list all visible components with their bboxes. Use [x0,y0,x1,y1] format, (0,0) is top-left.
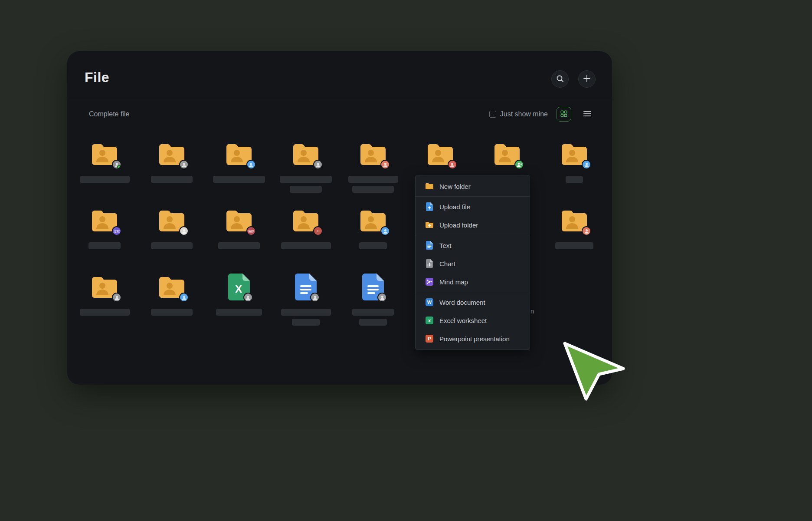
menu-separator [416,292,530,292]
menu-item-new-folder[interactable]: New folder [416,177,530,195]
folder-icon [426,140,454,168]
folder-item[interactable]: LI [272,207,340,273]
folder-icon: 佳婷 [225,207,253,234]
avatar-badge [380,226,390,236]
menu-item-text[interactable]: Text [416,236,530,254]
avatar-badge [246,160,256,169]
folder-icon: LI [292,207,320,234]
avatar-badge [179,226,189,236]
partial-text-fragment: n [530,307,534,315]
text-file-icon [425,241,434,250]
folder-item[interactable]: 志程 [71,207,138,273]
menu-separator [416,235,530,235]
header-actions [551,70,596,88]
avatar-badge [377,293,387,302]
avatar-badge [380,160,390,169]
menu-item-upload-file[interactable]: Upload file [416,198,530,216]
excel-icon: X [228,273,250,301]
page-title: File [85,69,109,86]
empty-cell [541,273,608,340]
menu-item-label: Upload folder [439,221,478,229]
add-button[interactable] [578,70,596,88]
menu-item-upload-folder[interactable]: Upload folder [416,216,530,234]
folder-icon [359,207,387,234]
menu-item-word-document[interactable]: WWord document [416,293,530,311]
folder-item[interactable] [205,140,272,207]
folder-item[interactable] [340,207,407,273]
folder-item[interactable] [541,140,608,207]
folder-icon [158,273,186,301]
folder-icon [560,207,588,234]
section-label: Complete file [89,110,129,118]
folder-icon [560,140,588,168]
menu-item-label: Upload file [439,203,470,211]
redacted-file-name [566,176,583,183]
folder-icon [225,140,253,168]
menu-item-chart[interactable]: Chart [416,254,530,273]
menu-item-mind-map[interactable]: Mind map [416,273,530,291]
folder-item[interactable] [541,207,608,273]
avatar-badge [582,226,591,236]
just-show-mine-label: Just show mine [500,110,548,118]
avatar-badge [514,160,524,169]
create-context-menu: New folderUpload fileUpload folderTextCh… [415,175,530,350]
search-icon [556,75,564,84]
plus-icon [583,75,590,83]
powerpoint-icon: P [425,334,434,343]
avatar-badge [313,160,323,169]
header-divider [67,98,612,98]
folder-item[interactable] [138,273,206,340]
folder-item[interactable] [138,207,206,273]
mindmap-icon [425,277,434,286]
file-item[interactable] [340,273,407,340]
file-item[interactable] [272,273,340,340]
just-show-mine-checkbox[interactable] [489,111,496,118]
redacted-file-name [292,319,320,326]
menu-item-label: Powerpoint presentation [439,335,510,343]
redacted-file-name [555,242,593,249]
file-item[interactable]: X [205,273,272,340]
menu-item-excel-worksheet[interactable]: xExcel worksheet [416,311,530,330]
folder-icon: 志程 [91,207,118,234]
avatar-badge [112,293,121,302]
grid-view-button[interactable] [557,107,571,122]
doc-icon [295,273,317,301]
folder-item[interactable] [340,140,407,207]
folder-item[interactable] [71,273,138,340]
avatar-badge [179,293,189,302]
redacted-file-name [80,309,130,316]
just-show-mine-toggle[interactable]: Just show mine [489,110,548,118]
folder-icon [292,140,320,168]
excel-icon: x [425,316,434,325]
redacted-file-name [151,242,193,249]
folder-icon [91,140,118,168]
avatar-badge [582,160,591,169]
menu-item-powerpoint-presentation[interactable]: PPowerpoint presentation [416,330,530,348]
menu-item-label: Excel worksheet [439,317,487,324]
chart-file-icon [425,259,434,268]
doc-icon [362,273,384,301]
folder-item[interactable] [272,140,340,207]
menu-item-label: Text [439,242,452,249]
folder-item[interactable]: 佳婷 [205,207,272,273]
avatar-badge [243,293,253,302]
folder-item[interactable] [138,140,206,207]
search-button[interactable] [551,70,569,88]
folder-icon [359,140,387,168]
menu-item-label: Word document [439,299,485,306]
redacted-file-name [151,176,193,183]
list-view-button[interactable] [580,107,595,122]
folder-item[interactable] [71,140,138,207]
redacted-file-name [280,176,332,183]
word-icon: W [425,298,434,307]
avatar-badge: LI [313,226,323,236]
folder-icon [91,273,118,301]
upload-file-icon [425,202,434,211]
redacted-file-name [281,309,331,316]
redacted-file-name [216,309,262,316]
menu-item-label: New folder [439,183,471,190]
folder-icon [493,140,521,168]
menu-item-label: Mind map [439,278,468,286]
redacted-file-name [281,242,331,249]
toolbar-right: Just show mine [489,107,595,122]
